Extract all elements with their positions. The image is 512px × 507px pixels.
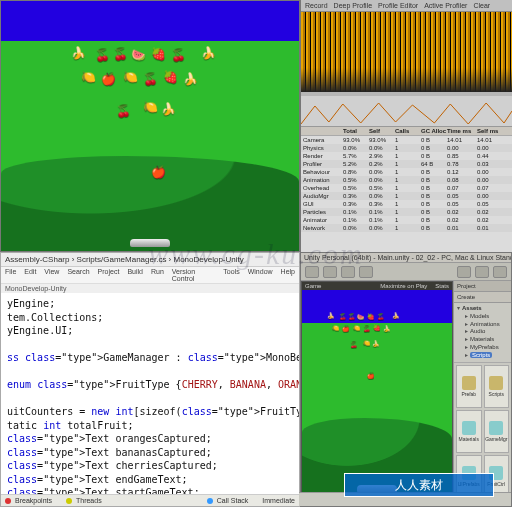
profiler-row[interactable]: Camera93.0%93.0%10 B14.0114.01	[301, 136, 512, 144]
menu-help[interactable]: Help	[281, 268, 295, 282]
profiler-cell-time: 0.05	[447, 193, 477, 199]
asset-materials[interactable]: Materials	[456, 410, 482, 453]
profiler-row[interactable]: Network0.0%0.0%10 B0.010.01	[301, 224, 512, 232]
profiler-tab-deep-profile[interactable]: Deep Profile	[334, 2, 373, 9]
panel-game-preview: 🍌🍒🍒🍉🍓🍒🍌🍋🍎🍋🍒🍓🍌🍒🍋🍌🍎	[0, 0, 300, 252]
menu-tools[interactable]: Tools	[223, 268, 239, 282]
profiler-tab-record[interactable]: Record	[305, 2, 328, 9]
profiler-row[interactable]: Animator0.1%0.1%10 B0.020.02	[301, 216, 512, 224]
profiler-cell-self: 2.9%	[369, 153, 395, 159]
unity-game-view[interactable]: Game Maximize on Play Stats 🍌🍒🍒🍉🍓🍒🍌🍋🍎🍋🍒🍓…	[301, 281, 453, 500]
fruit-sprite: 🍌	[71, 47, 86, 59]
unity-project-tab[interactable]: Project	[454, 281, 511, 292]
profiler-cell-calls: 1	[395, 193, 421, 199]
profiler-cell-self: 0.1%	[369, 217, 395, 223]
game-platform	[130, 239, 170, 247]
profiler-tab-active-profiler[interactable]: Active Profiler	[424, 2, 467, 9]
profiler-timeline[interactable]	[301, 96, 512, 126]
profiler-row[interactable]: Overhead0.5%0.5%10 B0.070.07	[301, 184, 512, 192]
panel-profiler: RecordDeep ProfileProfile EditorActive P…	[300, 0, 512, 252]
unity-rotate-tool[interactable]	[341, 266, 355, 278]
unity-scale-tool[interactable]	[359, 266, 373, 278]
menu-view[interactable]: View	[44, 268, 59, 282]
code-body[interactable]: yEngine; tem.Collections; yEngine.UI; ss…	[1, 293, 299, 494]
menu-edit[interactable]: Edit	[24, 268, 36, 282]
profiler-cell-name: Particles	[303, 209, 343, 215]
profiler-col-gc-alloc[interactable]: GC Alloc	[421, 128, 447, 134]
asset-gamemgr[interactable]: GameMgr	[484, 410, 510, 453]
fruit-sprite: 🍋	[81, 71, 96, 83]
menu-window[interactable]: Window	[248, 268, 273, 282]
profiler-row[interactable]: Animation0.5%0.0%10 B0.080.00	[301, 176, 512, 184]
profiler-cell-total: 0.0%	[343, 225, 369, 231]
profiler-cell-gc: 0 B	[421, 153, 447, 159]
profiler-cell-calls: 1	[395, 177, 421, 183]
unity-create-button[interactable]: Create	[454, 292, 511, 303]
profiler-row[interactable]: Behaviour0.8%0.0%10 B0.120.00	[301, 168, 512, 176]
immediate-tab[interactable]: Immediate	[262, 497, 295, 504]
threads-icon	[66, 498, 72, 504]
profiler-col-time-ms[interactable]: Time ms	[447, 128, 477, 134]
profiler-row[interactable]: Physics0.0%0.0%10 B0.000.00	[301, 144, 512, 152]
profiler-cell-total: 5.2%	[343, 161, 369, 167]
unity-move-tool[interactable]	[323, 266, 337, 278]
unity-pause-button[interactable]	[475, 266, 489, 278]
profiler-waveform[interactable]	[301, 12, 512, 92]
profiler-cell-self: 0.2%	[369, 161, 395, 167]
profiler-row[interactable]: AudioMgr0.3%0.0%10 B0.050.00	[301, 192, 512, 200]
profiler-row[interactable]: Particles0.1%0.1%10 B0.020.02	[301, 208, 512, 216]
profiler-table[interactable]: TotalSelfCallsGC AllocTime msSelf ms Cam…	[301, 126, 512, 252]
tree-item-scripts[interactable]: Scripts	[470, 352, 492, 358]
unity-maximize-toggle[interactable]: Maximize on Play	[380, 283, 427, 289]
tree-item-audio[interactable]: Audio	[470, 328, 485, 334]
asset-prefab[interactable]: Prefab	[456, 365, 482, 408]
asset-label: Scripts	[489, 391, 504, 397]
profiler-col-self-ms[interactable]: Self ms	[477, 128, 507, 134]
profiler-row[interactable]: Profiler5.2%0.2%164 B0.780.03	[301, 160, 512, 168]
unity-play-button[interactable]	[457, 266, 471, 278]
menu-search[interactable]: Search	[67, 268, 89, 282]
profiler-cell-calls: 1	[395, 217, 421, 223]
tree-item-models[interactable]: Models	[470, 313, 489, 319]
panel-unity-editor: Unity Personal (64bit) - Main.unity - 02…	[300, 252, 512, 507]
unity-step-button[interactable]	[493, 266, 507, 278]
profiler-toolbar: RecordDeep ProfileProfile EditorActive P…	[301, 0, 512, 12]
profiler-cell-calls: 1	[395, 137, 421, 143]
asset-icon	[462, 376, 476, 390]
tree-item-materials[interactable]: Materials	[470, 336, 494, 342]
profiler-row[interactable]: Render5.7%2.9%10 B0.850.44	[301, 152, 512, 160]
profiler-cell-total: 0.5%	[343, 177, 369, 183]
unity-hand-tool[interactable]	[305, 266, 319, 278]
profiler-cell-self: 0.0%	[369, 193, 395, 199]
menu-file[interactable]: File	[5, 268, 16, 282]
profiler-cell-self: 0.0%	[369, 169, 395, 175]
profiler-col-total[interactable]: Total	[343, 128, 369, 134]
unity-stats-toggle[interactable]: Stats	[435, 283, 449, 289]
profiler-cell-time: 0.08	[447, 177, 477, 183]
asset-scripts[interactable]: Scripts	[484, 365, 510, 408]
profiler-tab-profile-editor[interactable]: Profile Editor	[378, 2, 418, 9]
breakpoints-tab[interactable]: Breakpoints	[15, 497, 52, 504]
fruit-sprite: 🍒	[116, 105, 131, 117]
menu-run[interactable]: Run	[151, 268, 164, 282]
game-canvas[interactable]: 🍌🍒🍒🍉🍓🍒🍌🍋🍎🍋🍒🍓🍌🍒🍋🍌🍎	[1, 1, 299, 251]
unity-game-tab[interactable]: Game	[305, 283, 321, 289]
threads-tab[interactable]: Threads	[76, 497, 102, 504]
menu-build[interactable]: Build	[127, 268, 143, 282]
fruit-sprite: 🍓	[163, 71, 178, 83]
asset-icon	[462, 421, 476, 435]
profiler-cell-self: 0.5%	[369, 185, 395, 191]
tree-item-animations[interactable]: Animations	[470, 321, 500, 327]
menu-project[interactable]: Project	[98, 268, 120, 282]
tree-item-myprefabs[interactable]: MyPrefabs	[470, 344, 499, 350]
profiler-col-name[interactable]	[303, 128, 343, 134]
profiler-col-calls[interactable]: Calls	[395, 128, 421, 134]
callstack-tab[interactable]: Call Stack	[217, 497, 249, 504]
unity-toolbar	[301, 263, 511, 281]
profiler-tab-clear[interactable]: Clear	[473, 2, 490, 9]
profiler-cell-total: 0.8%	[343, 169, 369, 175]
menu-version-control[interactable]: Version Control	[172, 268, 216, 282]
profiler-col-self[interactable]: Self	[369, 128, 395, 134]
profiler-row[interactable]: GUI0.3%0.3%10 B0.050.05	[301, 200, 512, 208]
unity-folder-tree[interactable]: AssetsModelsAnimationsAudioMaterialsMyPr…	[454, 303, 511, 363]
